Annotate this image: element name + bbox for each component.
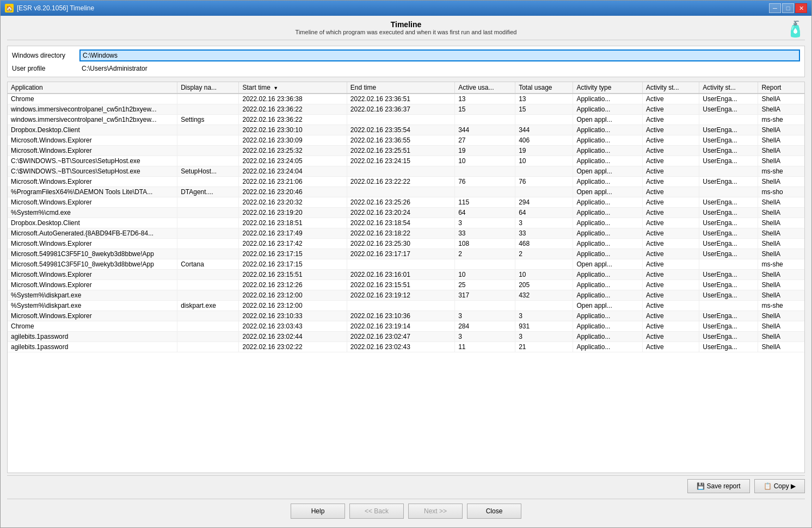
table-row[interactable]: agilebits.1password2022.02.16 23:02:4420… [8, 332, 804, 342]
title-bar-left: 🏠 [ESR v8.20.1056] Timeline [5, 4, 94, 13]
table-cell [177, 321, 239, 332]
table-row[interactable]: %System%\diskpart.exediskpart.exe2022.02… [8, 301, 804, 311]
table-cell: Cortana [177, 259, 239, 270]
table-cell: Active [642, 332, 699, 342]
table-cell: Active [642, 104, 699, 115]
back-button[interactable]: << Back [349, 504, 404, 519]
col-active-usage[interactable]: Active usa... [455, 82, 515, 94]
title-bar-controls: ─ □ ✕ [769, 3, 807, 13]
col-activity-st2[interactable]: Activity st... [699, 82, 758, 94]
copy-button[interactable]: 📋 Copy ▶ [754, 479, 805, 493]
close-window-button[interactable]: ✕ [795, 3, 807, 13]
table-row[interactable]: C:\$WINDOWS.~BT\Sources\SetupHost.exe202… [8, 156, 804, 166]
table-cell: Applicatio... [573, 249, 642, 259]
table-row[interactable]: Chrome2022.02.16 23:03:432022.02.16 23:1… [8, 321, 804, 332]
table-cell: ShellA [758, 228, 804, 239]
col-display-name[interactable]: Display na... [177, 82, 239, 94]
table-cell: 10 [455, 156, 515, 166]
table-row[interactable]: Dropbox.Desktop.Client2022.02.16 23:18:5… [8, 218, 804, 228]
table-row[interactable]: Microsoft.549981C3F5F10_8wekyb3d8bbwe!Ap… [8, 259, 804, 270]
table-cell: diskpart.exe [177, 301, 239, 311]
table-row[interactable]: Microsoft.Windows.Explorer2022.02.16 23:… [8, 177, 804, 187]
col-report[interactable]: Report [758, 82, 804, 94]
minimize-button[interactable]: ─ [769, 3, 781, 13]
table-row[interactable]: Microsoft.Windows.Explorer2022.02.16 23:… [8, 270, 804, 280]
col-end-time[interactable]: End time [347, 82, 454, 94]
table-cell: Open appl... [573, 259, 642, 270]
col-application[interactable]: Application [8, 82, 177, 94]
table-cell [177, 177, 239, 187]
content-area: Timeline Timeline of which program was e… [1, 16, 811, 527]
table-row[interactable]: windows.immersivecontrolpanel_cw5n1h2bxy… [8, 115, 804, 125]
table-row[interactable]: Chrome2022.02.16 23:36:382022.02.16 23:3… [8, 94, 804, 104]
table-cell [177, 135, 239, 146]
col-total-usage[interactable]: Total usage [515, 82, 573, 94]
next-button[interactable]: Next >> [408, 504, 463, 519]
help-button[interactable]: Help [291, 504, 345, 519]
close-button[interactable]: Close [467, 504, 521, 519]
table-row[interactable]: windows.immersivecontrolpanel_cw5n1h2bxy… [8, 104, 804, 115]
save-report-button[interactable]: 💾 Save report [687, 479, 750, 493]
table-cell: UserEnga... [699, 94, 758, 104]
table-cell [515, 187, 573, 197]
table-row[interactable]: Microsoft.Windows.Explorer2022.02.16 23:… [8, 239, 804, 249]
table-row[interactable]: agilebits.1password2022.02.16 23:02:2220… [8, 342, 804, 352]
table-row[interactable]: %ProgramFilesX64%\DAEMON Tools Lite\DTA.… [8, 187, 804, 197]
table-cell: 2022.02.16 23:17:15 [239, 259, 347, 270]
table-cell [177, 125, 239, 135]
table-cell: ShellA [758, 249, 804, 259]
table-cell: Chrome [8, 321, 177, 332]
table-cell [177, 270, 239, 280]
sort-icon: ▼ [273, 85, 278, 91]
table-cell: 2022.02.16 23:35:54 [347, 125, 454, 135]
table-cell: 10 [455, 270, 515, 280]
table-cell [455, 115, 515, 125]
table-row[interactable]: C:\$WINDOWS.~BT\Sources\SetupHost.exeSet… [8, 166, 804, 177]
table-row[interactable]: Microsoft.AutoGenerated.{8ABD94FB-E7D6-8… [8, 228, 804, 239]
table-cell: 3 [515, 332, 573, 342]
table-row[interactable]: %System%\cmd.exe2022.02.16 23:19:202022.… [8, 208, 804, 218]
table-row[interactable]: Microsoft.Windows.Explorer2022.02.16 23:… [8, 197, 804, 208]
col-activity-st1[interactable]: Activity st... [642, 82, 699, 94]
table-cell: %System%\diskpart.exe [8, 301, 177, 311]
table-cell: 2022.02.16 23:12:26 [239, 280, 347, 290]
table-cell [177, 280, 239, 290]
window-title: [ESR v8.20.1056] Timeline [17, 4, 94, 12]
table-cell: Active [642, 342, 699, 352]
col-start-time[interactable]: Start time ▼ [239, 82, 347, 94]
table-cell: 33 [515, 228, 573, 239]
windows-dir-input[interactable] [79, 49, 800, 61]
col-activity-type[interactable]: Activity type [573, 82, 642, 94]
table-cell: 15 [515, 104, 573, 115]
table-cell: C:\$WINDOWS.~BT\Sources\SetupHost.exe [8, 166, 177, 177]
table-cell: Applicatio... [573, 94, 642, 104]
table-cell: 2022.02.16 23:36:38 [239, 94, 347, 104]
table-cell: agilebits.1password [8, 342, 177, 352]
table-cell: Active [642, 125, 699, 135]
table-row[interactable]: Microsoft.Windows.Explorer2022.02.16 23:… [8, 280, 804, 290]
table-cell: 27 [455, 135, 515, 146]
bottom-bar: 💾 Save report 📋 Copy ▶ [7, 475, 805, 496]
table-cell: UserEnga... [699, 290, 758, 301]
table-row[interactable]: Microsoft.549981C3F5F10_8wekyb3d8bbwe!Ap… [8, 249, 804, 259]
table-row[interactable]: Microsoft.Windows.Explorer2022.02.16 23:… [8, 135, 804, 146]
table-cell: 2022.02.16 23:16:01 [347, 270, 454, 280]
table-row[interactable]: Microsoft.Windows.Explorer2022.02.16 23:… [8, 146, 804, 156]
table-cell: 294 [515, 197, 573, 208]
table-cell: 115 [455, 197, 515, 208]
data-table-container[interactable]: Application Display na... Start time ▼ E… [7, 82, 805, 473]
user-profile-label: User profile [12, 65, 77, 72]
table-cell: 2022.02.16 23:22:22 [347, 177, 454, 187]
table-header: Application Display na... Start time ▼ E… [8, 82, 804, 94]
table-cell: UserEnga... [699, 270, 758, 280]
maximize-button[interactable]: □ [782, 3, 794, 13]
table-row[interactable]: Microsoft.Windows.Explorer2022.02.16 23:… [8, 311, 804, 321]
table-cell: Applicatio... [573, 208, 642, 218]
table-cell: C:\$WINDOWS.~BT\Sources\SetupHost.exe [8, 156, 177, 166]
table-cell: UserEnga... [699, 311, 758, 321]
table-cell: 2022.02.16 23:36:22 [239, 115, 347, 125]
table-row[interactable]: %System%\diskpart.exe2022.02.16 23:12:00… [8, 290, 804, 301]
table-cell [177, 104, 239, 115]
table-row[interactable]: Dropbox.Desktop.Client2022.02.16 23:30:1… [8, 125, 804, 135]
table-cell: ShellA [758, 321, 804, 332]
